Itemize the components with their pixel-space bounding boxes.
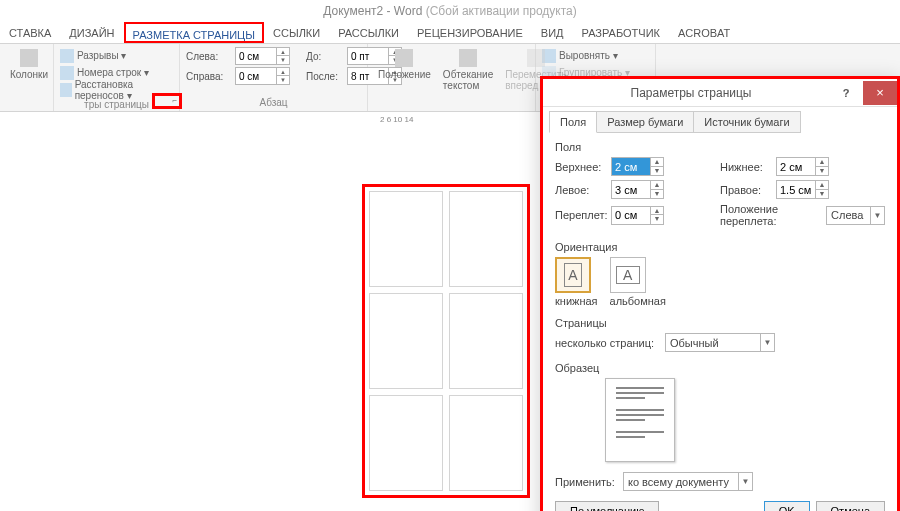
left-margin-spinner[interactable]: ▲▼ xyxy=(611,180,664,199)
page-thumb[interactable] xyxy=(449,395,523,491)
dialog-close-button[interactable]: × xyxy=(863,81,897,105)
indent-left-spinner[interactable]: ▲▼ xyxy=(235,47,290,65)
right-margin-spinner[interactable]: ▲▼ xyxy=(776,180,829,199)
tab-insert[interactable]: СТАВКА xyxy=(0,22,60,43)
dialog-title-bar: Параметры страницы ? × xyxy=(543,79,897,107)
preview-box xyxy=(605,378,675,462)
paragraph-group-label: Абзац xyxy=(186,96,361,109)
gutter-label: Переплет: xyxy=(555,209,611,221)
page-thumb[interactable] xyxy=(369,191,443,287)
top-margin-label: Верхнее: xyxy=(555,161,611,173)
orientation-landscape[interactable]: A альбомная xyxy=(610,257,666,307)
page-thumb[interactable] xyxy=(369,293,443,389)
tab-mailings[interactable]: РАССЫЛКИ xyxy=(329,22,408,43)
orientation-portrait[interactable]: A книжная xyxy=(555,257,598,307)
ribbon-tabs: СТАВКА ДИЗАЙН РАЗМЕТКА СТРАНИЦЫ ССЫЛКИ Р… xyxy=(0,22,900,44)
indent-right-label: Справа: xyxy=(186,71,232,82)
left-margin-label: Левое: xyxy=(555,184,611,196)
margins-section-title: Поля xyxy=(555,141,885,153)
gutter-pos-label: Положение переплета: xyxy=(720,203,826,227)
page-thumb[interactable] xyxy=(449,191,523,287)
defaults-button[interactable]: По умолчанию xyxy=(555,501,659,511)
ok-button[interactable]: OK xyxy=(764,501,810,511)
dialog-title: Параметры страницы xyxy=(553,86,829,100)
tab-view[interactable]: ВИД xyxy=(532,22,573,43)
columns-button[interactable]: Колонки xyxy=(6,47,52,82)
wrap-button[interactable]: Обтекание текстом xyxy=(439,47,497,93)
tab-developer[interactable]: РАЗРАБОТЧИК xyxy=(573,22,669,43)
tab-references[interactable]: ССЫЛКИ xyxy=(264,22,329,43)
dialog-tab-paper[interactable]: Размер бумаги xyxy=(596,111,694,133)
tab-review[interactable]: РЕЦЕНЗИРОВАНИЕ xyxy=(408,22,532,43)
landscape-icon: A xyxy=(616,266,640,284)
cancel-button[interactable]: Отмена xyxy=(816,501,885,511)
chevron-down-icon[interactable]: ▼ xyxy=(760,334,774,351)
columns-icon xyxy=(20,49,38,67)
orientation-section-title: Ориентация xyxy=(555,241,885,253)
apply-to-label: Применить: xyxy=(555,476,623,488)
multi-pages-select[interactable]: Обычный▼ xyxy=(665,333,775,352)
hyphenation-icon xyxy=(60,83,72,97)
space-before-label: До: xyxy=(306,51,344,62)
pages-section-title: Страницы xyxy=(555,317,885,329)
gutter-pos-select[interactable]: Слева▼ xyxy=(826,206,885,225)
dialog-tab-source[interactable]: Источник бумаги xyxy=(693,111,800,133)
bottom-margin-label: Нижнее: xyxy=(720,161,776,173)
bottom-margin-spinner[interactable]: ▲▼ xyxy=(776,157,829,176)
line-numbers-icon xyxy=(60,66,74,80)
apply-to-select[interactable]: ко всему документу▼ xyxy=(623,472,753,491)
page-thumbnails xyxy=(362,184,530,498)
tab-acrobat[interactable]: ACROBAT xyxy=(669,22,739,43)
top-margin-spinner[interactable]: ▲▼ xyxy=(611,157,664,176)
dialog-tab-margins[interactable]: Поля xyxy=(549,111,597,133)
portrait-icon: A xyxy=(564,263,582,287)
gutter-spinner[interactable]: ▲▼ xyxy=(611,206,664,225)
position-button[interactable]: Положение xyxy=(374,47,435,93)
page-setup-dialog: Параметры страницы ? × Поля Размер бумаг… xyxy=(540,76,900,511)
window-title-bar: Документ2 - Word (Сбой активации продукт… xyxy=(0,0,900,22)
breaks-icon xyxy=(60,49,74,63)
indent-left-label: Слева: xyxy=(186,51,232,62)
tab-layout[interactable]: РАЗМЕТКА СТРАНИЦЫ xyxy=(124,22,264,43)
right-margin-label: Правое: xyxy=(720,184,776,196)
wrap-icon xyxy=(459,49,477,67)
page-setup-launcher[interactable]: ⌐ xyxy=(152,93,182,109)
chevron-down-icon[interactable]: ▼ xyxy=(738,473,752,490)
chevron-down-icon[interactable]: ▼ xyxy=(870,207,884,224)
dialog-tabs: Поля Размер бумаги Источник бумаги xyxy=(549,111,891,133)
space-after-label: После: xyxy=(306,71,344,82)
multi-pages-label: несколько страниц: xyxy=(555,337,665,349)
indent-right-spinner[interactable]: ▲▼ xyxy=(235,67,290,85)
tab-design[interactable]: ДИЗАЙН xyxy=(60,22,123,43)
preview-section-title: Образец xyxy=(555,362,885,374)
breaks-button[interactable]: Разрывы ▾ xyxy=(60,47,173,64)
position-icon xyxy=(395,49,413,67)
window-subtitle: (Сбой активации продукта) xyxy=(426,4,577,18)
page-thumb[interactable] xyxy=(449,293,523,389)
page-thumb[interactable] xyxy=(369,395,443,491)
window-title: Документ2 - Word xyxy=(323,4,422,18)
dialog-help-button[interactable]: ? xyxy=(829,81,863,105)
